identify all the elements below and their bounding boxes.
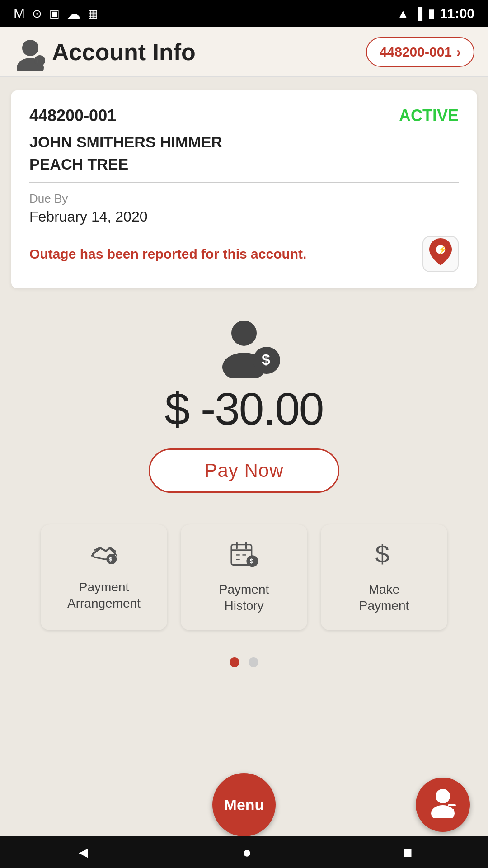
make-payment-button[interactable]: $ MakePayment (321, 524, 447, 630)
make-payment-label: MakePayment (359, 581, 409, 614)
card-customer-name: JOHN SMITHERS HIMMER (29, 133, 459, 151)
sim-icon: ▣ (49, 7, 60, 20)
header-left: i Account Info (14, 37, 196, 66)
svg-text:$: $ (262, 351, 270, 368)
svg-point-6 (231, 321, 257, 346)
camera-icon: ⊙ (32, 7, 42, 21)
svg-text:⚡: ⚡ (438, 245, 447, 254)
payment-arrangement-label: PaymentArrangement (67, 579, 141, 612)
balance-icon: $ (215, 320, 273, 374)
card-due-date: February 14, 2020 (29, 208, 459, 225)
wifi-icon: ▲ (397, 7, 409, 21)
pay-now-button[interactable]: Pay Now (149, 448, 339, 493)
battery-icon: ▮ (428, 7, 434, 21)
status-right-icons: ▲ ▐ ▮ 11:00 (397, 6, 474, 21)
action-buttons-row: $ PaymentArrangement $ PaymentHistory (0, 506, 488, 639)
location-pin-icon: ⚡ (429, 238, 452, 270)
payment-history-label: PaymentHistory (219, 581, 269, 614)
chevron-right-icon: › (456, 44, 461, 60)
clock: 11:00 (440, 6, 474, 21)
svg-text:$: $ (249, 557, 253, 565)
account-badge-button[interactable]: 448200-001 › (366, 37, 474, 67)
balance-section: $ $ -30.00 Pay Now (0, 302, 488, 506)
user-avatar-icon: i (14, 37, 43, 66)
svg-text:$: $ (109, 556, 113, 563)
svg-text:$: $ (375, 540, 389, 567)
card-status-badge: ACTIVE (399, 106, 459, 125)
card-account-number: 448200-001 (29, 106, 116, 125)
cloud-icon: ☁ (67, 6, 80, 22)
page-title: Account Info (52, 38, 196, 66)
dot-2[interactable] (249, 657, 258, 667)
gmail-icon: M (14, 6, 25, 21)
handshake-icon: $ (89, 540, 119, 571)
dot-1[interactable] (230, 657, 239, 667)
account-card: 448200-001 ACTIVE JOHN SMITHERS HIMMER P… (11, 90, 477, 288)
payment-history-button[interactable]: $ PaymentHistory (181, 524, 307, 630)
payment-history-icon: $ (230, 540, 259, 573)
svg-text:i: i (37, 57, 39, 64)
card-location: PEACH TREE (29, 156, 459, 183)
svg-point-22 (436, 789, 450, 803)
contact-button[interactable] (416, 778, 470, 832)
bottom-action-bar: Menu (0, 773, 488, 836)
dollar-sign-icon: $ (372, 540, 397, 573)
card-top-row: 448200-001 ACTIVE (29, 106, 459, 125)
calendar-icon: ▦ (88, 7, 98, 20)
menu-button[interactable]: Menu (212, 773, 276, 836)
header: i Account Info 448200-001 › (0, 27, 488, 77)
status-left-icons: M ⊙ ▣ ☁ ▦ (14, 6, 98, 22)
signal-icon: ▐ (414, 7, 422, 21)
status-bar: M ⊙ ▣ ☁ ▦ ▲ ▐ ▮ 11:00 (0, 0, 488, 27)
svg-point-2 (34, 55, 45, 66)
back-button[interactable]: ◄ (76, 844, 91, 861)
payment-arrangement-button[interactable]: $ PaymentArrangement (41, 524, 167, 630)
android-nav-bar: ◄ ● ■ (0, 836, 488, 868)
svg-point-23 (431, 805, 455, 818)
outage-location-button[interactable]: ⚡ (422, 236, 459, 272)
home-button[interactable]: ● (242, 844, 252, 861)
recents-button[interactable]: ■ (403, 844, 413, 861)
contact-icon (427, 786, 459, 823)
balance-amount: $ -30.00 (165, 383, 324, 435)
card-due-label: Due By (29, 192, 459, 206)
outage-message: Outage has been reported for this accoun… (29, 246, 422, 262)
pagination-dots (0, 639, 488, 676)
svg-point-0 (22, 40, 38, 56)
outage-row: Outage has been reported for this accoun… (29, 236, 459, 272)
account-number-badge: 448200-001 (380, 44, 452, 60)
